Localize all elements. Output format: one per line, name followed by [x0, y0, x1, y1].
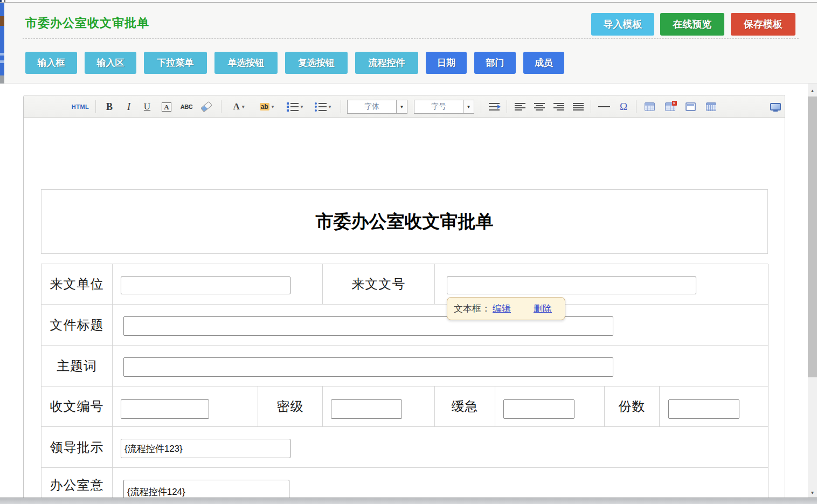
- save-template-button[interactable]: 保存模板: [731, 13, 795, 36]
- bold-icon[interactable]: B: [102, 100, 116, 114]
- toolbar-separator: [95, 100, 96, 113]
- scroll-down-arrow-icon[interactable]: ▼: [808, 487, 817, 499]
- cell-label-urgency: 缓急: [435, 386, 495, 427]
- fullscreen-monitor-icon[interactable]: [767, 100, 784, 114]
- sidebar-text-fragment: [0, 53, 4, 56]
- widget-dropdown-button[interactable]: 下拉菜单: [144, 52, 207, 74]
- align-left-icon[interactable]: [512, 100, 528, 114]
- copies-input[interactable]: [668, 399, 739, 419]
- sidebar-icon-fragment: [0, 16, 4, 26]
- sidebar-text-fragment: [0, 60, 4, 63]
- indent-icon[interactable]: [486, 100, 502, 114]
- online-preview-button[interactable]: 在线预览: [660, 13, 724, 36]
- sidebar-fragment: [0, 75, 4, 84]
- import-template-button[interactable]: 导入模板: [591, 13, 654, 36]
- cell-label-docno: 来文文号: [323, 264, 435, 305]
- toolbar-separator: [341, 100, 341, 113]
- cutoff-sidebar-strip: [0, 3, 4, 84]
- editor-toolbar: HTML B I U A ABC A▾ ab▾ ▾: [24, 95, 785, 118]
- cell-label-receipt-no: 收文编号: [41, 386, 113, 427]
- toolbar-separator: [481, 100, 481, 113]
- edit-link[interactable]: 编辑: [493, 302, 511, 315]
- widget-flow-control-button[interactable]: 流程控件: [355, 52, 418, 74]
- horizontal-rule-icon[interactable]: [596, 100, 612, 114]
- toolbar-separator: [591, 100, 591, 113]
- urgency-input[interactable]: [503, 399, 574, 419]
- html-source-icon[interactable]: HTML: [71, 100, 89, 114]
- cell-label-keywords: 主题词: [41, 346, 113, 386]
- window-top-border: [0, 2, 817, 3]
- keywords-input[interactable]: [123, 357, 613, 377]
- toolbar-separator: [221, 100, 221, 113]
- align-justify-icon[interactable]: [570, 100, 586, 114]
- table-properties-icon[interactable]: [682, 100, 698, 114]
- widget-department-button[interactable]: 部门: [474, 52, 516, 74]
- header-divider: [23, 38, 799, 39]
- underline-icon[interactable]: U: [140, 100, 154, 114]
- page-title: 市委办公室收文审批单: [25, 15, 149, 31]
- font-family-select[interactable]: 字体 ▼: [347, 100, 407, 114]
- font-style-icon[interactable]: A: [158, 100, 175, 114]
- form-table: 来文单位 来文文号 文件标题 主题词 收文编号 密级 缓急: [41, 264, 768, 504]
- widget-checkbox-button[interactable]: 复选按钮: [285, 52, 348, 74]
- scroll-up-arrow-icon[interactable]: ▲: [808, 85, 817, 96]
- cell-label-doc-title: 文件标题: [41, 305, 113, 346]
- header-panel: 市委办公室收文审批单 导入模板 在线预览 保存模板 输入框 输入区 下拉菜单 单…: [4, 3, 817, 84]
- unordered-list-icon[interactable]: ▾: [311, 100, 334, 114]
- caret-down-icon: ▾: [301, 105, 303, 109]
- widget-date-button[interactable]: 日期: [426, 52, 467, 74]
- delete-table-icon[interactable]: ✕: [662, 100, 678, 114]
- widget-textarea-button[interactable]: 输入区: [85, 52, 136, 74]
- font-size-select[interactable]: 字号 ▼: [414, 100, 474, 114]
- align-right-icon[interactable]: [551, 100, 567, 114]
- widget-input-box-button[interactable]: 输入框: [25, 52, 77, 74]
- remove-format-eraser-icon[interactable]: [198, 100, 214, 114]
- tooltip-label: 文本框：: [454, 302, 490, 315]
- cell-label-unit: 来文单位: [41, 264, 113, 305]
- caret-down-icon: ▾: [272, 105, 274, 109]
- cell-label-leader-remarks: 领导批示: [41, 427, 113, 468]
- cell-label-copies: 份数: [605, 386, 660, 427]
- cell-properties-icon[interactable]: [703, 100, 719, 114]
- ordered-list-icon[interactable]: ▾: [283, 100, 306, 114]
- insert-table-icon[interactable]: [641, 100, 657, 114]
- align-center-icon[interactable]: [531, 100, 548, 114]
- red-x-badge: ✕: [672, 101, 677, 106]
- strikethrough-icon[interactable]: ABC: [178, 100, 195, 114]
- dropdown-button[interactable]: ▼: [396, 100, 407, 113]
- italic-icon[interactable]: I: [122, 100, 136, 114]
- toolbar-separator: [636, 100, 636, 113]
- receipt-number-input[interactable]: [121, 399, 209, 419]
- leader-remarks-input[interactable]: [121, 439, 290, 458]
- widget-radio-button[interactable]: 单选按钮: [214, 52, 278, 74]
- vertical-scrollbar[interactable]: ▲ ▼: [808, 84, 817, 504]
- window-bottom-strip: [0, 498, 817, 504]
- dropdown-button[interactable]: ▼: [463, 100, 474, 113]
- caret-down-icon: ▾: [242, 105, 245, 109]
- secrecy-level-input[interactable]: [331, 399, 402, 419]
- form-title-cell[interactable]: 市委办公室收文审批单: [41, 189, 768, 254]
- highlight-color-icon[interactable]: ab▾: [255, 100, 278, 114]
- caret-down-icon: ▼: [467, 105, 471, 109]
- font-color-icon[interactable]: A▾: [227, 100, 250, 114]
- incoming-unit-input[interactable]: [121, 277, 290, 294]
- cell-label-secrecy: 密级: [258, 386, 323, 427]
- caret-down-icon: ▼: [400, 105, 404, 109]
- textbox-edit-tooltip: 文本框： 编辑 删除: [447, 297, 565, 320]
- delete-link[interactable]: 删除: [534, 302, 552, 315]
- special-character-icon[interactable]: Ω: [615, 100, 632, 114]
- caret-down-icon: ▾: [329, 105, 331, 109]
- richtext-editor: HTML B I U A ABC A▾ ab▾ ▾: [23, 95, 785, 504]
- form-template-editor-page: 市委办公室收文审批单 导入模板 在线预览 保存模板 输入框 输入区 下拉菜单 单…: [0, 0, 817, 504]
- scrollbar-thumb[interactable]: [808, 96, 817, 377]
- toolbar-separator: [507, 100, 507, 113]
- incoming-docno-input[interactable]: [447, 277, 696, 294]
- widget-member-button[interactable]: 成员: [523, 52, 564, 74]
